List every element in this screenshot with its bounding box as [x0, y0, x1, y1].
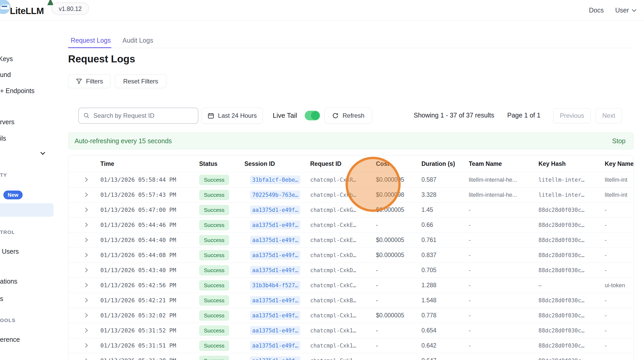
time-cell: 01/13/2026 05:58:44 PM	[100, 176, 199, 183]
key-name-cell: -	[605, 312, 633, 319]
search-icon	[83, 113, 90, 119]
key-name-cell: litellm-int	[605, 176, 633, 183]
team-name-cell: litellm-internal-he...	[469, 176, 538, 183]
previous-page-button[interactable]: Previous	[553, 108, 591, 123]
sidebar-item-servers[interactable]: rvers	[0, 118, 15, 126]
status-cell: Success	[199, 325, 244, 336]
status-badge: Success	[199, 295, 229, 306]
session-id-link[interactable]: aa1375d1-e49f…	[250, 236, 300, 245]
expand-row-chevron-icon[interactable]	[83, 343, 88, 348]
expand-row-chevron-icon[interactable]	[83, 298, 88, 302]
sidebar-section-tools: OOLS	[0, 318, 16, 323]
auto-refresh-banner: Auto-refreshing every 15 seconds Stop	[68, 132, 634, 149]
session-id-link[interactable]: aa1375d1-e49f…	[250, 311, 300, 320]
request-id-cell: chatcmpl-CxkB…	[310, 297, 376, 304]
table-row: 01/13/2026 05:31:38 PM Success aa1375d1-…	[68, 353, 633, 360]
time-range-button[interactable]: Last 24 Hours	[201, 108, 263, 124]
expand-row-chevron-icon[interactable]	[83, 223, 88, 227]
col-cost: Cost	[376, 160, 421, 167]
filters-button[interactable]: Filters	[68, 74, 110, 88]
chevron-down-icon	[632, 7, 636, 12]
main-content: Request Logs Audit Logs Request Logs Fil…	[68, 21, 634, 360]
results-summary: Showing 1 - 37 of 37 results	[414, 112, 494, 119]
refresh-button[interactable]: Refresh	[324, 108, 372, 124]
expand-row-chevron-icon[interactable]	[83, 283, 88, 287]
sidebar-item-logs-selected[interactable]	[0, 203, 54, 217]
session-cell: aa1375d1-e49f…	[244, 251, 310, 260]
status-cell: Success	[199, 190, 244, 200]
duration-cell: 0.778	[421, 312, 469, 319]
request-id-cell: chatcmpl-Cxk1…	[310, 312, 376, 319]
session-id-link[interactable]: aa1375d1-e49f…	[250, 356, 300, 360]
search-input[interactable]	[93, 112, 187, 119]
expand-row-chevron-icon[interactable]	[83, 328, 88, 332]
session-id-link[interactable]: 7022549b-763e…	[250, 191, 300, 199]
expand-cell	[78, 223, 100, 227]
session-cell: aa1375d1-e49f…	[244, 296, 310, 305]
table-row: 01/13/2026 05:58:44 PM Success 31bfa1cf-…	[68, 172, 633, 187]
sidebar-expand-chevron-icon[interactable]	[40, 150, 45, 155]
user-menu[interactable]: User	[615, 6, 636, 14]
status-cell: Success	[199, 310, 244, 321]
expand-row-chevron-icon[interactable]	[83, 253, 88, 257]
expand-row-chevron-icon[interactable]	[83, 178, 88, 182]
session-id-link[interactable]: 31b3b4b4-f527…	[250, 281, 300, 290]
request-id-cell: chatcmpl-CxkE…	[310, 237, 376, 243]
sidebar-item-teams[interactable]: s	[0, 295, 3, 303]
session-id-link[interactable]: aa1375d1-e49f…	[250, 221, 300, 230]
expand-row-chevron-icon[interactable]	[83, 208, 88, 212]
session-id-link[interactable]: aa1375d1-e49f…	[250, 251, 300, 260]
sidebar-item-models-endpoints[interactable]: + Endpoints	[0, 87, 35, 95]
status-badge: Success	[199, 280, 229, 291]
sidebar-item-playground[interactable]: und	[0, 71, 11, 78]
next-page-button[interactable]: Next	[596, 108, 622, 123]
expand-cell	[78, 328, 100, 333]
sidebar: Keys und + Endpoints rvers ils TY New TR…	[0, 21, 65, 360]
team-name-cell: -	[469, 222, 538, 228]
sidebar-item-keys[interactable]: Keys	[0, 55, 13, 63]
expand-row-chevron-icon[interactable]	[83, 358, 88, 360]
team-name-cell: -	[469, 207, 538, 213]
sidebar-section-observability: TY	[0, 172, 7, 178]
status-badge: Success	[199, 175, 229, 185]
team-name-cell: -	[469, 342, 538, 349]
request-id-cell: chatcmpl-CxkE…	[310, 222, 376, 228]
table-row: 01/13/2026 05:31:52 PM Success aa1375d1-…	[68, 323, 633, 338]
auto-refresh-message: Auto-refreshing every 15 seconds	[75, 137, 172, 145]
expand-row-chevron-icon[interactable]	[83, 268, 88, 272]
duration-cell: 0.761	[421, 237, 469, 244]
tab-request-logs[interactable]: Request Logs	[71, 37, 111, 44]
time-cell: 01/13/2026 05:47:00 PM	[100, 207, 199, 213]
expand-row-chevron-icon[interactable]	[83, 313, 88, 317]
key-name-cell: -	[605, 252, 633, 259]
reset-filters-button[interactable]: Reset Filters	[115, 74, 166, 88]
docs-link[interactable]: Docs	[589, 6, 604, 14]
key-hash-cell: 88dc28d0f030c…	[538, 312, 605, 319]
key-name-cell: ui-token	[605, 282, 633, 289]
session-id-link[interactable]: aa1375d1-e49f…	[250, 296, 300, 305]
sidebar-item-guardrails[interactable]: ils	[0, 135, 6, 142]
request-id-cell: chatcmpl-CxkG…	[310, 207, 376, 213]
team-name-cell: -	[469, 312, 538, 319]
session-id-link[interactable]: aa1375d1-e49f…	[250, 206, 300, 214]
session-id-link[interactable]: aa1375d1-e49f…	[250, 341, 300, 350]
expand-row-chevron-icon[interactable]	[83, 193, 88, 197]
filters-button-label: Filters	[86, 78, 103, 85]
time-cell: 01/13/2026 05:43:40 PM	[100, 267, 199, 273]
sidebar-item-reference[interactable]: erence	[0, 336, 20, 343]
session-cell: 7022549b-763e…	[244, 191, 310, 199]
status-badge: Success	[199, 341, 229, 351]
sidebar-item-organizations[interactable]: ations	[0, 278, 17, 285]
session-id-link[interactable]: aa1375d1-e49f…	[250, 326, 300, 335]
session-cell: aa1375d1-e49f…	[244, 341, 310, 350]
live-tail-toggle[interactable]	[305, 111, 320, 120]
session-id-link[interactable]: 31bfa1cf-0ebe…	[250, 175, 300, 184]
sidebar-item-users[interactable]: Users	[2, 248, 19, 255]
status-badge: Success	[199, 356, 229, 360]
cost-cell: $0.000005	[376, 206, 421, 213]
stop-auto-refresh-button[interactable]: Stop	[612, 137, 626, 145]
team-name-cell: -	[469, 252, 538, 259]
session-id-link[interactable]: aa1375d1-e49f…	[250, 266, 300, 275]
expand-row-chevron-icon[interactable]	[83, 238, 88, 242]
tab-audit-logs[interactable]: Audit Logs	[122, 37, 153, 44]
